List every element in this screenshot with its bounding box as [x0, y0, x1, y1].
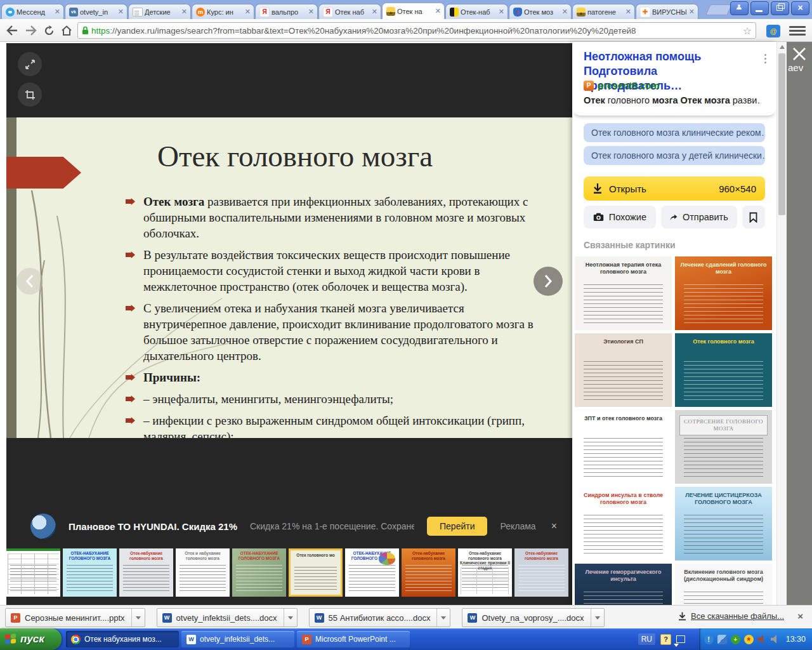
browser-tab[interactable]: Отек наб ✕: [318, 4, 381, 19]
tab-close-icon[interactable]: ✕: [308, 8, 315, 16]
filmstrip-thumbnail[interactable]: Отек и набухание головного мозга: [176, 548, 230, 597]
download-item-menu-arrow[interactable]: [284, 609, 297, 627]
next-image-button[interactable]: [534, 267, 563, 296]
minimize-button[interactable]: [750, 1, 769, 15]
start-button[interactable]: пуск: [0, 628, 62, 650]
crop-button[interactable]: [18, 83, 42, 107]
download-item-menu-arrow[interactable]: [436, 609, 450, 627]
download-item[interactable]: Серозные менингит....pptx: [5, 608, 145, 627]
language-indicator[interactable]: RU: [638, 633, 655, 645]
tray-icon[interactable]: [771, 635, 780, 644]
related-image[interactable]: Вклинение головного мозга (дислокационны…: [675, 564, 772, 605]
browser-tab[interactable]: Отек на ✕: [382, 3, 445, 19]
related-image[interactable]: ЛЕЧЕНИЕ ЦИСТИЦЕРКОЗА ГОЛОВНОГО МОЗГА: [675, 487, 772, 560]
tab-close-icon[interactable]: ✕: [54, 8, 61, 16]
tab-close-icon[interactable]: ✕: [625, 8, 632, 16]
filmstrip-thumbnail[interactable]: ОТЕК-НАБУХАНИЕ ГОЛОВНОГО МОЗГА: [345, 548, 399, 597]
sidebar-scrollbar[interactable]: [776, 42, 787, 605]
back-button[interactable]: [5, 23, 19, 37]
related-query-chip[interactable]: Отек головного мозга клинические реком…: [584, 123, 765, 142]
bookmark-button[interactable]: [742, 206, 765, 229]
filmstrip-thumbnail[interactable]: Отек-набухание головного мозга: [119, 548, 173, 597]
filmstrip-thumbnail[interactable]: ОТЕК-НАБУХАНИЕ ГОЛОВНОГО МОЗГА: [63, 548, 117, 597]
related-query-chip[interactable]: Отек головного мозга у детей клинически…: [584, 146, 765, 165]
previous-image-button[interactable]: [16, 268, 43, 295]
filmstrip-thumbnail[interactable]: Отек-набухание головного мозга: [402, 548, 455, 597]
close-viewer-button[interactable]: [791, 46, 808, 62]
taskbar-app-button[interactable]: Microsoft PowerPoint ...: [297, 631, 410, 647]
filmstrip-thumbnail[interactable]: [6, 548, 60, 597]
browser-tab[interactable]: otvety_in ✕: [65, 4, 128, 19]
filmstrip-thumbnail[interactable]: Отек-набухание головного мозга: [514, 548, 568, 597]
ad-close-icon[interactable]: ×: [549, 521, 560, 532]
tray-icon[interactable]: [731, 635, 740, 644]
tab-close-icon[interactable]: ✕: [371, 8, 378, 16]
browser-tab[interactable]: Отек моз ✕: [509, 4, 572, 19]
mailru-home-extension-button[interactable]: @: [764, 23, 783, 39]
download-item[interactable]: 55 Антибиотик ассо....docx: [309, 608, 451, 627]
related-image[interactable]: ЗПТ и отек головного мозга: [575, 410, 672, 484]
scroll-up-arrow[interactable]: [780, 45, 785, 49]
related-image[interactable]: Лечение сдавлений головного мозга: [675, 256, 772, 330]
show-all-downloads-link[interactable]: Все скачанные файлы...: [678, 611, 784, 621]
filmstrip-thumbnail[interactable]: ОТЕК-НАБУХАНИЕ ГОЛОВНОГО МОЗГА: [232, 548, 286, 597]
home-button[interactable]: [60, 23, 74, 37]
browser-tab[interactable]: Мессенд ✕: [1, 4, 64, 19]
browser-menu-icon[interactable]: [789, 24, 806, 37]
restore-button[interactable]: [771, 1, 789, 15]
downloads-bar-close-icon[interactable]: ×: [797, 611, 803, 621]
download-item-menu-arrow[interactable]: [131, 609, 145, 627]
browser-tab[interactable]: Детские ✕: [128, 4, 191, 19]
tray-icon[interactable]: [704, 635, 714, 644]
source-site[interactable]: P present5.com: [584, 80, 660, 91]
tray-icon[interactable]: [757, 635, 767, 644]
tray-icon[interactable]: [717, 635, 727, 644]
thumbnail-body-lines: [518, 565, 565, 594]
related-image[interactable]: Синдром инсульта в стволе головного мозг…: [575, 487, 672, 560]
tab-close-icon[interactable]: ✕: [181, 8, 188, 16]
download-item-menu-arrow[interactable]: [591, 609, 604, 627]
new-tab-button[interactable]: [705, 4, 732, 15]
thumbnail-title: Отек-набухание головного мозга: [402, 548, 455, 562]
related-image[interactable]: Этиология СП: [575, 333, 672, 407]
related-image[interactable]: Неотложная терапия отека головного мозга: [575, 256, 672, 330]
filmstrip-thumbnail[interactable]: Отек-набухание головного мозга Клиническ…: [458, 548, 512, 597]
bookmark-star-icon[interactable]: ☆: [743, 25, 752, 37]
related-image[interactable]: Лечение геморрагического инсульта: [575, 564, 672, 605]
tray-icon[interactable]: [744, 635, 754, 644]
tab-close-icon[interactable]: ✕: [117, 8, 124, 16]
tab-close-icon[interactable]: ✕: [435, 7, 442, 15]
scrollbar-thumb[interactable]: [778, 53, 785, 215]
browser-tab[interactable]: вальпро ✕: [255, 4, 318, 19]
download-item[interactable]: otvety_infektsii_dets....docx: [157, 608, 298, 627]
fullscreen-button[interactable]: [18, 52, 42, 76]
share-button[interactable]: Отправить: [661, 206, 737, 229]
toolbar-restore-icon[interactable]: [676, 635, 685, 643]
address-bar[interactable]: https ://yandex.ru/images/search?from=ta…: [77, 22, 756, 39]
kebab-menu-icon[interactable]: [764, 52, 766, 65]
download-item[interactable]: Otvety_na_voprosy_....docx: [462, 608, 604, 627]
ad-banner[interactable]: Плановое ТО HYUNDAI. Скидка 21% Скидка 2…: [6, 508, 572, 545]
forward-button[interactable]: [24, 23, 38, 37]
help-icon[interactable]: ?: [660, 634, 671, 645]
browser-tab[interactable]: патогене ✕: [572, 4, 635, 19]
taskbar-app-button[interactable]: otvety_infektsii_dets...: [181, 631, 294, 647]
related-image[interactable]: СОТРЯСЕНИЕ ГОЛОВНОГО МОЗГА: [675, 410, 772, 484]
browser-tab[interactable]: ВИРУСНЫ ✕: [636, 4, 698, 19]
taskbar-app-button[interactable]: Отек набухания моз...: [66, 631, 179, 647]
profile-button[interactable]: [730, 1, 749, 15]
similar-images-button[interactable]: Похожие: [584, 206, 656, 229]
tab-close-icon[interactable]: ✕: [498, 8, 505, 16]
browser-tab[interactable]: Курс: ин ✕: [192, 4, 254, 19]
related-image[interactable]: Отек головного мозга: [675, 333, 772, 407]
open-image-button[interactable]: Открыть 960×540: [584, 176, 765, 201]
filmstrip-thumbnail[interactable]: Отек головного мо: [289, 548, 343, 597]
close-window-button[interactable]: ×: [791, 1, 809, 15]
ad-go-button[interactable]: Перейти: [427, 517, 487, 536]
browser-tab[interactable]: Отек-наб ✕: [445, 4, 508, 19]
tab-close-icon[interactable]: ✕: [688, 8, 695, 16]
viewed-image-slide[interactable]: Отек головного мозга Отек мозга развивае…: [6, 117, 572, 438]
tab-close-icon[interactable]: ✕: [244, 8, 251, 16]
reload-button[interactable]: [42, 23, 56, 37]
tab-close-icon[interactable]: ✕: [561, 8, 568, 16]
